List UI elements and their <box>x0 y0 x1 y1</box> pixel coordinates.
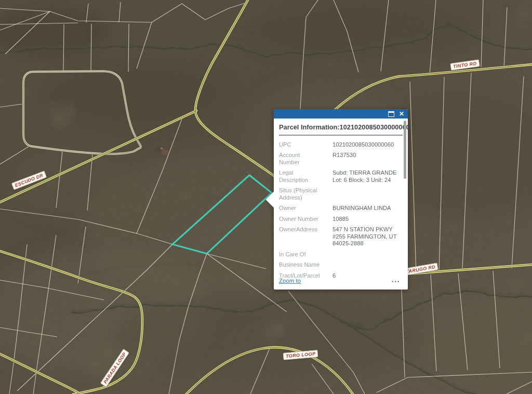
field-label: In Care Of <box>279 249 332 260</box>
parcel-info-popup: ✕ Parcel Information:1021020085030000060… <box>274 109 408 290</box>
field-value: 1021020085030000060 <box>332 139 403 150</box>
field-value: BURNINGHAM LINDA <box>332 203 403 214</box>
field-label: Owner <box>279 203 332 214</box>
popup-title-divider <box>279 135 403 136</box>
popup-title: Parcel Information:1021020085030000060 <box>279 123 403 131</box>
field-label: Account Number <box>279 150 332 168</box>
field-label: UPC <box>279 139 332 150</box>
field-label: Owner Number <box>279 214 332 225</box>
field-value: R137530 <box>332 150 403 168</box>
zoom-to-link[interactable]: Zoom to <box>279 278 301 284</box>
popup-body: Parcel Information:1021020085030000060 U… <box>274 119 408 280</box>
parcel-attribute-table: UPC 1021020085030000060 Account Number R… <box>279 139 403 280</box>
popup-footer: Zoom to ••• <box>279 278 401 286</box>
field-label: Legal Description <box>279 168 332 186</box>
popup-header: ✕ <box>274 109 408 119</box>
field-value: 10885 <box>332 214 403 225</box>
field-value <box>332 249 403 260</box>
map-viewer: TINTO RD ESCUDO DR TARUGO RD TORO LOOP P… <box>0 0 532 394</box>
field-value: 547 N STATION PKWY #255 FARMINGTON, UT 8… <box>332 225 403 249</box>
map-canvas[interactable] <box>0 0 532 394</box>
more-options-icon[interactable]: ••• <box>392 278 401 286</box>
field-value: Subd: TIERRA GRANDE Lot: 6 Block: 3 Unit… <box>332 168 403 186</box>
field-label: OwnerAddress <box>279 225 332 249</box>
field-label: Business Name <box>279 260 332 271</box>
popup-scrollbar-thumb[interactable] <box>404 121 406 179</box>
field-value <box>332 260 403 271</box>
field-value <box>332 186 403 203</box>
field-label: Situs (Physical Address) <box>279 186 332 203</box>
maximize-icon[interactable] <box>388 111 394 117</box>
close-icon[interactable]: ✕ <box>399 110 404 118</box>
